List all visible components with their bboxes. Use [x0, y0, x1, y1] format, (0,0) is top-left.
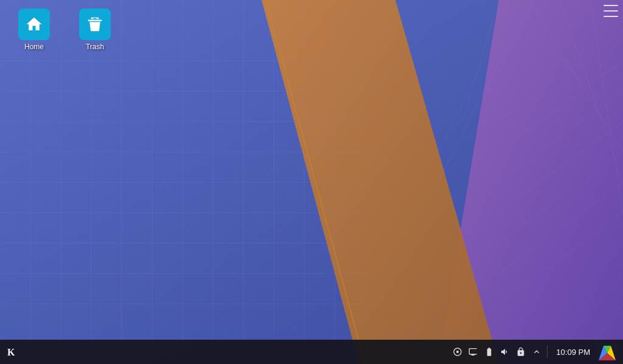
volume-icon	[500, 347, 510, 357]
kde-logo-icon: K	[6, 345, 21, 359]
svg-text:K: K	[7, 347, 15, 357]
home-icon-box	[18, 9, 50, 40]
start-menu-button[interactable]: K	[0, 340, 27, 364]
svg-point-72	[456, 351, 459, 353]
system-tray: 10:09 PM	[451, 340, 623, 364]
desktop-icon-home[interactable]: Home	[5, 5, 63, 56]
desktop-icon-trash[interactable]: Trash	[66, 5, 124, 56]
battery-icon	[484, 347, 494, 357]
network-icon	[453, 347, 462, 357]
network-tray-icon[interactable]	[451, 345, 464, 359]
trash-icon	[86, 15, 104, 33]
tray-separator	[547, 346, 548, 358]
hamburger-line-1	[604, 5, 618, 6]
system-clock[interactable]: 10:09 PM	[551, 348, 595, 357]
display-icon	[468, 347, 478, 357]
home-icon-label: Home	[24, 43, 44, 52]
desktop-icons-container: Home Trash	[5, 5, 124, 56]
desktop-menu-button[interactable]	[604, 5, 618, 17]
trash-icon-box	[79, 9, 111, 40]
desktop: Home Trash K	[0, 0, 623, 364]
volume-tray-icon[interactable]	[498, 345, 512, 359]
home-icon	[25, 15, 43, 33]
hamburger-line-3	[604, 16, 618, 17]
show-hidden-tray-icon[interactable]	[530, 345, 543, 359]
taskbar: K	[0, 340, 623, 364]
kde-corner-logo[interactable]	[597, 342, 617, 362]
lock-icon	[516, 347, 526, 357]
hamburger-line-2	[604, 10, 618, 12]
kde-plasma-icon	[597, 342, 617, 362]
arrow-up-icon	[532, 347, 541, 357]
battery-tray-icon[interactable]	[482, 345, 496, 359]
display-tray-icon[interactable]	[467, 345, 480, 359]
lock-tray-icon[interactable]	[514, 345, 527, 359]
trash-icon-label: Trash	[86, 43, 104, 52]
